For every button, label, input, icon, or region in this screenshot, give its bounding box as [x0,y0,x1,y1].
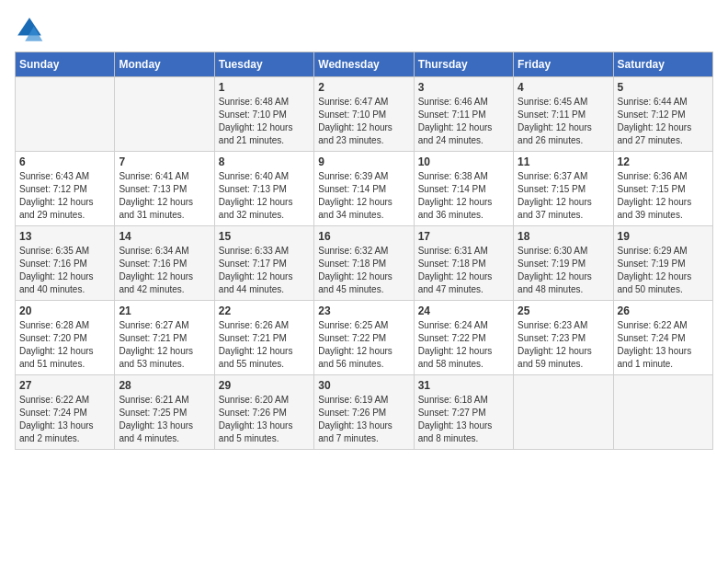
calendar-cell: 27Sunrise: 6:22 AM Sunset: 7:24 PM Dayli… [16,375,115,450]
day-of-week-wednesday: Wednesday [314,52,414,77]
day-info: Sunrise: 6:23 AM Sunset: 7:23 PM Dayligh… [518,319,609,371]
day-number: 11 [518,155,609,168]
day-of-week-monday: Monday [115,52,214,77]
day-info: Sunrise: 6:18 AM Sunset: 7:27 PM Dayligh… [418,394,509,445]
calendar-cell [115,77,214,152]
calendar-cell [514,375,613,450]
calendar-cell: 24Sunrise: 6:24 AM Sunset: 7:22 PM Dayli… [414,301,513,375]
page-header [15,15,713,44]
day-number: 27 [19,379,110,392]
day-number: 19 [618,230,709,243]
calendar-cell: 19Sunrise: 6:29 AM Sunset: 7:19 PM Dayli… [613,226,712,301]
calendar-week-4: 20Sunrise: 6:28 AM Sunset: 7:20 PM Dayli… [16,301,713,375]
day-number: 20 [19,304,110,317]
calendar-cell: 2Sunrise: 6:47 AM Sunset: 7:10 PM Daylig… [314,77,414,152]
day-info: Sunrise: 6:32 AM Sunset: 7:18 PM Dayligh… [318,245,409,296]
day-of-week-saturday: Saturday [613,52,712,77]
day-info: Sunrise: 6:29 AM Sunset: 7:19 PM Dayligh… [618,245,709,296]
day-of-week-sunday: Sunday [16,52,115,77]
day-number: 24 [418,304,509,317]
day-info: Sunrise: 6:45 AM Sunset: 7:11 PM Dayligh… [518,96,609,147]
calendar-table: SundayMondayTuesdayWednesdayThursdayFrid… [15,52,713,450]
day-info: Sunrise: 6:37 AM Sunset: 7:15 PM Dayligh… [518,170,609,222]
day-info: Sunrise: 6:21 AM Sunset: 7:25 PM Dayligh… [119,394,210,445]
calendar-cell [16,77,115,152]
calendar-cell: 15Sunrise: 6:33 AM Sunset: 7:17 PM Dayli… [214,226,313,301]
day-number: 16 [318,230,409,243]
calendar-header: SundayMondayTuesdayWednesdayThursdayFrid… [16,52,713,77]
day-number: 1 [219,81,310,94]
calendar-cell: 4Sunrise: 6:45 AM Sunset: 7:11 PM Daylig… [514,77,613,152]
calendar-cell: 11Sunrise: 6:37 AM Sunset: 7:15 PM Dayli… [514,152,613,226]
day-number: 30 [318,379,409,392]
calendar-cell: 18Sunrise: 6:30 AM Sunset: 7:19 PM Dayli… [514,226,613,301]
calendar-cell: 8Sunrise: 6:40 AM Sunset: 7:13 PM Daylig… [214,152,313,226]
day-number: 28 [119,379,210,392]
day-number: 25 [518,304,609,317]
calendar-cell: 25Sunrise: 6:23 AM Sunset: 7:23 PM Dayli… [514,301,613,375]
day-info: Sunrise: 6:35 AM Sunset: 7:16 PM Dayligh… [19,245,110,296]
day-number: 31 [418,379,509,392]
day-number: 15 [219,230,310,243]
day-info: Sunrise: 6:28 AM Sunset: 7:20 PM Dayligh… [19,319,110,371]
day-info: Sunrise: 6:20 AM Sunset: 7:26 PM Dayligh… [219,394,310,445]
day-info: Sunrise: 6:46 AM Sunset: 7:11 PM Dayligh… [418,96,509,147]
day-number: 3 [418,81,509,94]
calendar-cell: 26Sunrise: 6:22 AM Sunset: 7:24 PM Dayli… [613,301,712,375]
logo [15,15,48,44]
day-info: Sunrise: 6:44 AM Sunset: 7:12 PM Dayligh… [618,96,709,147]
day-info: Sunrise: 6:22 AM Sunset: 7:24 PM Dayligh… [19,394,110,445]
calendar-cell: 10Sunrise: 6:38 AM Sunset: 7:14 PM Dayli… [414,152,513,226]
header-row: SundayMondayTuesdayWednesdayThursdayFrid… [16,52,713,77]
day-info: Sunrise: 6:43 AM Sunset: 7:12 PM Dayligh… [19,170,110,222]
day-of-week-friday: Friday [514,52,613,77]
day-number: 9 [318,155,409,168]
day-number: 23 [318,304,409,317]
calendar-cell: 7Sunrise: 6:41 AM Sunset: 7:13 PM Daylig… [115,152,214,226]
day-info: Sunrise: 6:27 AM Sunset: 7:21 PM Dayligh… [119,319,210,371]
day-number: 7 [119,155,210,168]
day-info: Sunrise: 6:41 AM Sunset: 7:13 PM Dayligh… [119,170,210,222]
day-info: Sunrise: 6:26 AM Sunset: 7:21 PM Dayligh… [219,319,310,371]
calendar-body: 1Sunrise: 6:48 AM Sunset: 7:10 PM Daylig… [16,77,713,450]
calendar-cell: 21Sunrise: 6:27 AM Sunset: 7:21 PM Dayli… [115,301,214,375]
day-number: 2 [318,81,409,94]
day-info: Sunrise: 6:24 AM Sunset: 7:22 PM Dayligh… [418,319,509,371]
day-number: 29 [219,379,310,392]
day-of-week-thursday: Thursday [414,52,513,77]
calendar-cell: 6Sunrise: 6:43 AM Sunset: 7:12 PM Daylig… [16,152,115,226]
calendar-cell: 20Sunrise: 6:28 AM Sunset: 7:20 PM Dayli… [16,301,115,375]
calendar-cell: 30Sunrise: 6:19 AM Sunset: 7:26 PM Dayli… [314,375,414,450]
day-number: 21 [119,304,210,317]
day-number: 4 [518,81,609,94]
day-number: 14 [119,230,210,243]
calendar-cell: 13Sunrise: 6:35 AM Sunset: 7:16 PM Dayli… [16,226,115,301]
day-number: 26 [618,304,709,317]
calendar-cell: 23Sunrise: 6:25 AM Sunset: 7:22 PM Dayli… [314,301,414,375]
day-info: Sunrise: 6:25 AM Sunset: 7:22 PM Dayligh… [318,319,409,371]
calendar-cell: 28Sunrise: 6:21 AM Sunset: 7:25 PM Dayli… [115,375,214,450]
calendar-cell: 1Sunrise: 6:48 AM Sunset: 7:10 PM Daylig… [214,77,313,152]
day-info: Sunrise: 6:48 AM Sunset: 7:10 PM Dayligh… [219,96,310,147]
day-info: Sunrise: 6:31 AM Sunset: 7:18 PM Dayligh… [418,245,509,296]
day-info: Sunrise: 6:40 AM Sunset: 7:13 PM Dayligh… [219,170,310,222]
day-info: Sunrise: 6:47 AM Sunset: 7:10 PM Dayligh… [318,96,409,147]
calendar-cell: 12Sunrise: 6:36 AM Sunset: 7:15 PM Dayli… [613,152,712,226]
day-info: Sunrise: 6:19 AM Sunset: 7:26 PM Dayligh… [318,394,409,445]
day-info: Sunrise: 6:33 AM Sunset: 7:17 PM Dayligh… [219,245,310,296]
svg-marker-0 [17,17,41,35]
day-number: 13 [19,230,110,243]
calendar-cell: 9Sunrise: 6:39 AM Sunset: 7:14 PM Daylig… [314,152,414,226]
calendar-cell: 29Sunrise: 6:20 AM Sunset: 7:26 PM Dayli… [214,375,313,450]
calendar-cell: 17Sunrise: 6:31 AM Sunset: 7:18 PM Dayli… [414,226,513,301]
day-number: 5 [618,81,709,94]
day-number: 8 [219,155,310,168]
calendar-cell: 31Sunrise: 6:18 AM Sunset: 7:27 PM Dayli… [414,375,513,450]
day-info: Sunrise: 6:22 AM Sunset: 7:24 PM Dayligh… [618,319,709,371]
day-number: 12 [618,155,709,168]
day-of-week-tuesday: Tuesday [214,52,313,77]
calendar-cell: 22Sunrise: 6:26 AM Sunset: 7:21 PM Dayli… [214,301,313,375]
day-info: Sunrise: 6:36 AM Sunset: 7:15 PM Dayligh… [618,170,709,222]
day-info: Sunrise: 6:34 AM Sunset: 7:16 PM Dayligh… [119,245,210,296]
day-number: 6 [19,155,110,168]
